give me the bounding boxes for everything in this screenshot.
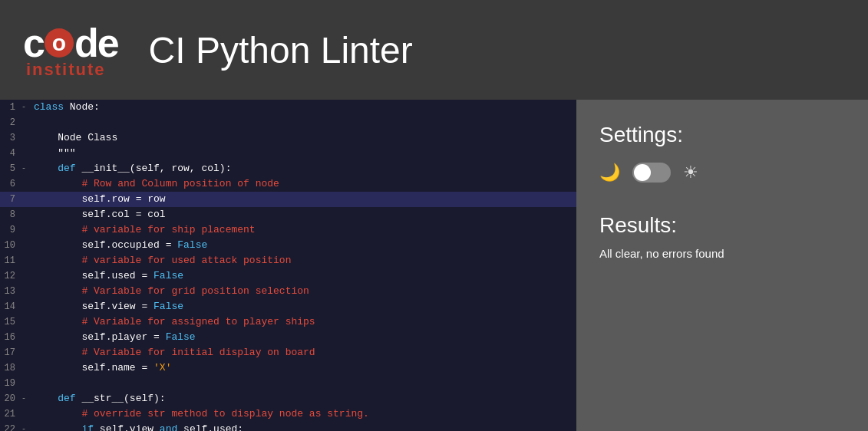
- line-content: Node Class: [31, 130, 576, 146]
- line-content: self.used = False: [31, 268, 576, 284]
- theme-toggle-switch[interactable]: [632, 163, 671, 183]
- line-number: 4: [0, 146, 21, 161]
- code-line-10: 10 self.occupied = False: [0, 238, 576, 253]
- line-content: self.player = False: [31, 330, 576, 345]
- settings-label: Settings:: [599, 123, 845, 147]
- line-content: if self.view and self.used:: [31, 422, 576, 431]
- line-number: 12: [0, 268, 21, 284]
- line-number: 21: [0, 406, 21, 422]
- code-line-1: 1-class Node:: [0, 100, 576, 115]
- line-content: self.row = row: [31, 192, 576, 207]
- line-content: # override str method to display node as…: [31, 406, 576, 422]
- line-number: 17: [0, 345, 21, 360]
- line-arrow: -: [21, 391, 31, 406]
- line-number: 6: [0, 176, 21, 192]
- line-content: class Node:: [31, 100, 576, 115]
- line-content: self.col = col: [31, 207, 576, 222]
- line-content: self.name = 'X': [31, 360, 576, 376]
- code-line-18: 18 self.name = 'X': [0, 360, 576, 376]
- logo-area: c o de institute: [23, 20, 118, 80]
- code-line-15: 15 # Variable for assigned to player shi…: [0, 314, 576, 330]
- line-content: # Row and Column position of node: [31, 176, 576, 192]
- line-number: 10: [0, 238, 21, 253]
- line-number: 5: [0, 161, 21, 176]
- line-number: 1: [0, 100, 21, 115]
- code-line-3: 3 Node Class: [0, 130, 576, 146]
- line-content: # Variable for grid position selection: [31, 284, 576, 299]
- right-panel: Settings: 🌙 ☀ Results: All clear, no err…: [576, 100, 868, 431]
- line-content: def __init__(self, row, col):: [31, 161, 576, 176]
- line-arrow: -: [21, 100, 31, 115]
- logo-de-text: de: [74, 20, 118, 66]
- app-title: CI Python Linter: [149, 29, 413, 71]
- main-content: 1-class Node:2 3 Node Class4 """5- def _…: [0, 100, 868, 431]
- logo-o-circle: o: [45, 28, 74, 58]
- sun-icon: ☀: [683, 163, 698, 183]
- line-number: 14: [0, 299, 21, 314]
- line-number: 16: [0, 330, 21, 345]
- code-line-11: 11 # variable for used attack position: [0, 253, 576, 268]
- code-line-4: 4 """: [0, 146, 576, 161]
- line-number: 2: [0, 115, 21, 130]
- code-line-8: 8 self.col = col: [0, 207, 576, 222]
- line-number: 3: [0, 130, 21, 146]
- code-line-22: 22- if self.view and self.used:: [0, 422, 576, 431]
- logo-text: c o de: [23, 20, 118, 66]
- logo-institute-label: institute: [23, 60, 106, 80]
- line-content: # Variable for assigned to player ships: [31, 314, 576, 330]
- code-line-7: 7 self.row = row: [0, 192, 576, 207]
- line-number: 8: [0, 207, 21, 222]
- moon-icon: 🌙: [599, 163, 620, 183]
- code-line-9: 9 # variable for ship placement: [0, 222, 576, 238]
- line-number: 11: [0, 253, 21, 268]
- line-number: 15: [0, 314, 21, 330]
- line-arrow: -: [21, 422, 31, 431]
- header: c o de institute CI Python Linter: [0, 0, 868, 100]
- line-content: self.occupied = False: [31, 238, 576, 253]
- code-line-17: 17 # Variable for initial display on boa…: [0, 345, 576, 360]
- line-content: # variable for used attack position: [31, 253, 576, 268]
- line-content: def __str__(self):: [31, 391, 576, 406]
- code-line-5: 5- def __init__(self, row, col):: [0, 161, 576, 176]
- code-line-6: 6 # Row and Column position of node: [0, 176, 576, 192]
- line-number: 9: [0, 222, 21, 238]
- line-content: self.view = False: [31, 299, 576, 314]
- code-line-13: 13 # Variable for grid position selectio…: [0, 284, 576, 299]
- line-number: 19: [0, 376, 21, 391]
- toggle-knob: [634, 164, 651, 181]
- line-content: # variable for ship placement: [31, 222, 576, 238]
- line-arrow: -: [21, 161, 31, 176]
- code-line-2: 2: [0, 115, 576, 130]
- line-number: 22: [0, 422, 21, 431]
- code-line-12: 12 self.used = False: [0, 268, 576, 284]
- results-label: Results:: [599, 213, 845, 238]
- line-number: 18: [0, 360, 21, 376]
- line-content: """: [31, 146, 576, 161]
- code-line-14: 14 self.view = False: [0, 299, 576, 314]
- code-editor[interactable]: 1-class Node:2 3 Node Class4 """5- def _…: [0, 100, 576, 431]
- code-line-16: 16 self.player = False: [0, 330, 576, 345]
- logo-code-text: c: [23, 20, 44, 66]
- code-line-20: 20- def __str__(self):: [0, 391, 576, 406]
- code-line-21: 21 # override str method to display node…: [0, 406, 576, 422]
- line-number: 13: [0, 284, 21, 299]
- line-content: # Variable for initial display on board: [31, 345, 576, 360]
- theme-toggle-row: 🌙 ☀: [599, 163, 845, 183]
- code-line-19: 19: [0, 376, 576, 391]
- line-number: 20: [0, 391, 21, 406]
- line-number: 7: [0, 192, 21, 207]
- results-text: All clear, no errors found: [599, 247, 845, 260]
